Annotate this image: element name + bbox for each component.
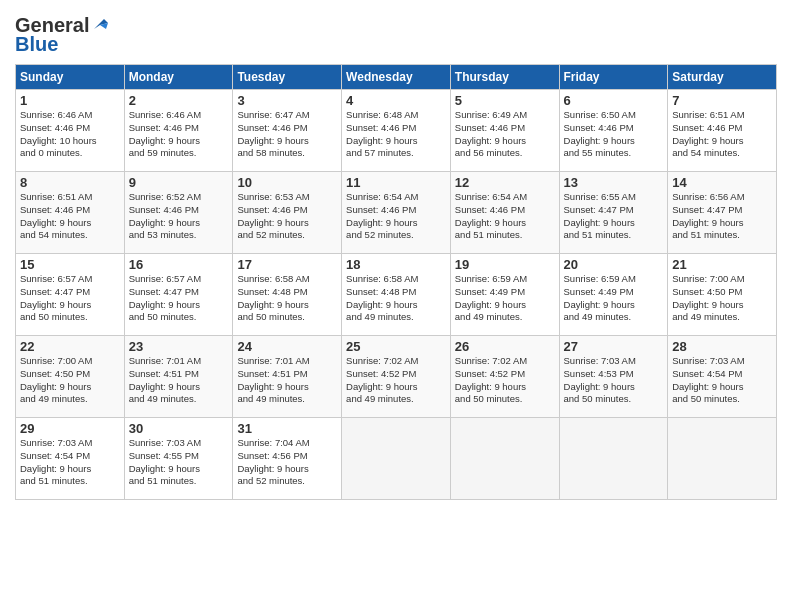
calendar-cell-3: 3Sunrise: 6:47 AMSunset: 4:46 PMDaylight… <box>233 90 342 172</box>
calendar-cell-31: 31Sunrise: 7:04 AMSunset: 4:56 PMDayligh… <box>233 418 342 500</box>
col-header-sunday: Sunday <box>16 65 125 90</box>
calendar-cell-26: 26Sunrise: 7:02 AMSunset: 4:52 PMDayligh… <box>450 336 559 418</box>
col-header-saturday: Saturday <box>668 65 777 90</box>
logo-bird-icon <box>90 15 108 33</box>
calendar-cell-16: 16Sunrise: 6:57 AMSunset: 4:47 PMDayligh… <box>124 254 233 336</box>
calendar-week-1: 1Sunrise: 6:46 AMSunset: 4:46 PMDaylight… <box>16 90 777 172</box>
col-header-wednesday: Wednesday <box>342 65 451 90</box>
calendar-cell-15: 15Sunrise: 6:57 AMSunset: 4:47 PMDayligh… <box>16 254 125 336</box>
logo: General Blue <box>15 14 108 56</box>
col-header-friday: Friday <box>559 65 668 90</box>
calendar-week-2: 8Sunrise: 6:51 AMSunset: 4:46 PMDaylight… <box>16 172 777 254</box>
calendar-cell-empty <box>342 418 451 500</box>
calendar-cell-29: 29Sunrise: 7:03 AMSunset: 4:54 PMDayligh… <box>16 418 125 500</box>
calendar-table: SundayMondayTuesdayWednesdayThursdayFrid… <box>15 64 777 500</box>
calendar-week-5: 29Sunrise: 7:03 AMSunset: 4:54 PMDayligh… <box>16 418 777 500</box>
calendar-cell-11: 11Sunrise: 6:54 AMSunset: 4:46 PMDayligh… <box>342 172 451 254</box>
calendar-cell-25: 25Sunrise: 7:02 AMSunset: 4:52 PMDayligh… <box>342 336 451 418</box>
col-header-monday: Monday <box>124 65 233 90</box>
col-header-tuesday: Tuesday <box>233 65 342 90</box>
header: General Blue <box>15 10 777 56</box>
logo-blue: Blue <box>15 33 58 56</box>
page-container: General Blue SundayMondayTuesdayWednesda… <box>0 0 792 510</box>
calendar-cell-empty <box>450 418 559 500</box>
calendar-cell-14: 14Sunrise: 6:56 AMSunset: 4:47 PMDayligh… <box>668 172 777 254</box>
calendar-cell-24: 24Sunrise: 7:01 AMSunset: 4:51 PMDayligh… <box>233 336 342 418</box>
calendar-cell-18: 18Sunrise: 6:58 AMSunset: 4:48 PMDayligh… <box>342 254 451 336</box>
calendar-cell-6: 6Sunrise: 6:50 AMSunset: 4:46 PMDaylight… <box>559 90 668 172</box>
calendar-cell-12: 12Sunrise: 6:54 AMSunset: 4:46 PMDayligh… <box>450 172 559 254</box>
calendar-cell-7: 7Sunrise: 6:51 AMSunset: 4:46 PMDaylight… <box>668 90 777 172</box>
calendar-cell-1: 1Sunrise: 6:46 AMSunset: 4:46 PMDaylight… <box>16 90 125 172</box>
calendar-cell-10: 10Sunrise: 6:53 AMSunset: 4:46 PMDayligh… <box>233 172 342 254</box>
calendar-cell-8: 8Sunrise: 6:51 AMSunset: 4:46 PMDaylight… <box>16 172 125 254</box>
calendar-cell-21: 21Sunrise: 7:00 AMSunset: 4:50 PMDayligh… <box>668 254 777 336</box>
calendar-cell-22: 22Sunrise: 7:00 AMSunset: 4:50 PMDayligh… <box>16 336 125 418</box>
calendar-cell-empty <box>559 418 668 500</box>
calendar-cell-19: 19Sunrise: 6:59 AMSunset: 4:49 PMDayligh… <box>450 254 559 336</box>
calendar-cell-28: 28Sunrise: 7:03 AMSunset: 4:54 PMDayligh… <box>668 336 777 418</box>
calendar-cell-9: 9Sunrise: 6:52 AMSunset: 4:46 PMDaylight… <box>124 172 233 254</box>
calendar-cell-4: 4Sunrise: 6:48 AMSunset: 4:46 PMDaylight… <box>342 90 451 172</box>
calendar-cell-30: 30Sunrise: 7:03 AMSunset: 4:55 PMDayligh… <box>124 418 233 500</box>
col-header-thursday: Thursday <box>450 65 559 90</box>
calendar-body: 1Sunrise: 6:46 AMSunset: 4:46 PMDaylight… <box>16 90 777 500</box>
calendar-week-3: 15Sunrise: 6:57 AMSunset: 4:47 PMDayligh… <box>16 254 777 336</box>
calendar-cell-20: 20Sunrise: 6:59 AMSunset: 4:49 PMDayligh… <box>559 254 668 336</box>
calendar-cell-23: 23Sunrise: 7:01 AMSunset: 4:51 PMDayligh… <box>124 336 233 418</box>
calendar-week-4: 22Sunrise: 7:00 AMSunset: 4:50 PMDayligh… <box>16 336 777 418</box>
calendar-cell-13: 13Sunrise: 6:55 AMSunset: 4:47 PMDayligh… <box>559 172 668 254</box>
calendar-cell-27: 27Sunrise: 7:03 AMSunset: 4:53 PMDayligh… <box>559 336 668 418</box>
calendar-cell-2: 2Sunrise: 6:46 AMSunset: 4:46 PMDaylight… <box>124 90 233 172</box>
calendar-cell-17: 17Sunrise: 6:58 AMSunset: 4:48 PMDayligh… <box>233 254 342 336</box>
calendar-cell-5: 5Sunrise: 6:49 AMSunset: 4:46 PMDaylight… <box>450 90 559 172</box>
calendar-header-row: SundayMondayTuesdayWednesdayThursdayFrid… <box>16 65 777 90</box>
calendar-cell-empty <box>668 418 777 500</box>
